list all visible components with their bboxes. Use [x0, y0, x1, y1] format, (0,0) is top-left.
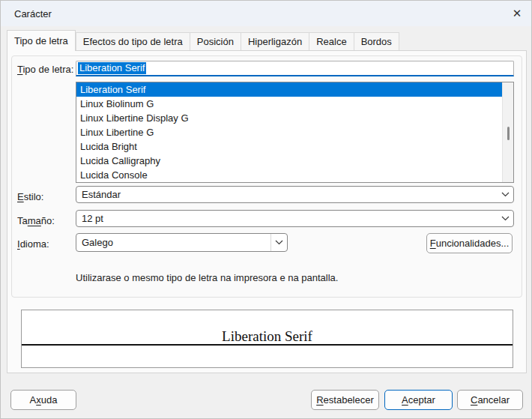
tab-label: Tipo de letra [14, 35, 68, 46]
help-button-label: Axuda [30, 394, 58, 406]
style-label: Estilo: [17, 191, 43, 202]
font-list-item[interactable]: Lucida Calligraphy [76, 154, 502, 168]
ok-button[interactable]: Aceptar [384, 390, 453, 410]
font-list-item[interactable]: Lucida Bright [76, 139, 502, 154]
title-bar: Carácter ✕ [1, 1, 531, 26]
font-name-label: Tipo de letra: [17, 64, 73, 75]
tab-bordos[interactable]: Bordos [354, 32, 399, 51]
close-button[interactable]: ✕ [507, 4, 527, 23]
style-combobox[interactable]: Estándar [76, 186, 514, 203]
language-value: Galego [76, 237, 270, 248]
chevron-down-icon [270, 234, 287, 251]
tab-label: Bordos [361, 36, 392, 47]
size-combobox[interactable]: 12 pt [76, 210, 514, 227]
tab-label: Hiperligazón [248, 36, 302, 47]
printer-note: Utilizarase o mesmo tipo de letra na imp… [76, 272, 338, 283]
character-dialog: Carácter ✕ Tipo de letra Efectos do tipo… [0, 0, 532, 419]
tab-label: Realce [316, 36, 346, 47]
tab-label: Posición [197, 36, 234, 47]
tab-realce[interactable]: Realce [309, 32, 353, 51]
language-label: Idioma: [17, 238, 49, 250]
scrollbar[interactable] [502, 82, 513, 182]
features-button-label: Funcionalidades... [430, 238, 510, 249]
help-button[interactable]: Axuda [10, 390, 76, 410]
chevron-down-icon [497, 211, 513, 226]
reset-button-label: Restabelecer [316, 394, 374, 406]
font-name-input[interactable]: Liberation Serif [76, 61, 514, 76]
tab-efectos[interactable]: Efectos do tipo de letra [76, 32, 190, 51]
font-list-items: Liberation SerifLinux Biolinum GLinux Li… [76, 82, 502, 182]
tab-tipo-de-letra[interactable]: Tipo de letra [7, 30, 76, 51]
language-combobox[interactable]: Galego [76, 233, 288, 252]
tab-label: Efectos do tipo de letra [83, 36, 183, 47]
chevron-down-icon [497, 187, 513, 202]
close-icon: ✕ [513, 7, 522, 20]
reset-button[interactable]: Restabelecer [311, 390, 379, 410]
dialog-title: Carácter [14, 8, 52, 19]
size-label: Tamaño: [17, 215, 55, 226]
ok-button-label: Aceptar [402, 394, 435, 406]
tab-bar: Tipo de letra Efectos do tipo de letra P… [7, 31, 399, 51]
preview-area: Liberation Serif [21, 310, 513, 368]
tab-hiperligazon[interactable]: Hiperligazón [241, 32, 309, 51]
size-value: 12 pt [76, 213, 497, 224]
font-list-item[interactable]: Linux Libertine G [76, 125, 502, 139]
cancel-button[interactable]: Cancelar [457, 390, 523, 410]
preview-sample-text: Liberation Serif [22, 328, 513, 345]
font-name-value: Liberation Serif [78, 62, 146, 74]
font-list-item[interactable]: Liberation Serif [76, 82, 502, 97]
font-list[interactable]: Liberation SerifLinux Biolinum GLinux Li… [76, 82, 514, 183]
style-value: Estándar [76, 189, 497, 200]
font-list-item[interactable]: Linux Biolinum G [76, 97, 502, 111]
features-button[interactable]: Funcionalidades... [426, 233, 513, 253]
scrollbar-thumb[interactable] [507, 127, 510, 140]
font-list-item[interactable]: Lucida Console [76, 168, 502, 182]
cancel-button-label: Cancelar [471, 394, 510, 406]
tab-posicion[interactable]: Posición [190, 32, 241, 51]
font-list-item[interactable]: Linux Libertine Display G [76, 111, 502, 125]
